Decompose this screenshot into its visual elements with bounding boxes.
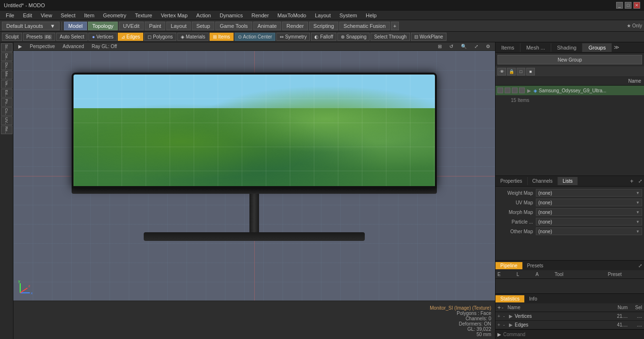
materials-btn[interactable]: ◈ Materials [177,33,209,41]
tab-properties[interactable]: Properties [495,177,528,185]
tab-uvedit[interactable]: UVEdit [119,22,144,30]
stats-add-btn[interactable]: + [497,304,501,311]
sculpt-btn[interactable]: Sculpt [2,33,22,41]
viewport[interactable]: ▶ Perspective Advanced Ray GL: Off ⊞ ↺ 🔍… [13,42,495,339]
pipeline-expand-btn[interactable]: ⤢ [636,262,644,269]
menu-edit[interactable]: Edit [19,12,36,19]
left-btn-uv[interactable]: UV.. [1,116,12,125]
command-input[interactable] [503,332,642,337]
menu-item[interactable]: Item [80,12,98,19]
item-vis2-check[interactable] [519,88,525,93]
tab-lists[interactable]: Lists [558,177,578,185]
tab-groups[interactable]: Groups [582,43,612,52]
left-btn-mesh[interactable]: Me.. [1,71,12,79]
item-visibility-check[interactable] [497,88,503,93]
menu-texture[interactable]: Texture [131,12,156,19]
tab-layout[interactable]: Layout [166,22,191,30]
pipeline-tab[interactable]: Pipeline [495,262,522,269]
left-btn-deform[interactable]: De.. [1,52,12,61]
left-btn-sculpt[interactable]: Sc.. [1,43,12,52]
tabs-more-btn[interactable]: ≫ [612,43,621,51]
menu-view[interactable]: View [37,12,56,19]
vp-zoom-btn[interactable]: 🔍 [459,43,469,50]
tab-scripting[interactable]: Scripting [309,22,338,30]
menu-system[interactable]: System [335,12,361,19]
items-list[interactable]: ▶ ◈ Samsung_Odyssey_G9_Ultra... 15 Items [495,86,644,176]
left-btn-render[interactable]: Re.. [1,126,12,134]
maximize-btn[interactable]: □ [625,2,632,9]
items-btn[interactable]: ⊞ Items [210,33,233,41]
layout-dropdown[interactable]: Default Layouts ▼ [2,22,60,30]
snapping-btn[interactable]: ⊕ Snapping [337,33,370,41]
edges-btn[interactable]: ⊿ Edges [118,33,143,41]
tab-render[interactable]: Render [282,22,308,30]
item-lock-check[interactable] [505,88,510,93]
symmetry-btn[interactable]: ⇔ Symmetry [276,33,310,41]
left-btn-vertex[interactable]: Ve.. [1,80,12,88]
left-btn-edge[interactable]: Ed.. [1,89,12,98]
select-through-btn[interactable]: Select Through [371,33,410,41]
polygons-btn[interactable]: ◻ Polygons [144,33,176,41]
ray-label[interactable]: Ray GL: Off [90,43,119,50]
vp-view-btn[interactable]: ⊞ [436,43,444,50]
stats-edges-minus[interactable]: - [503,322,509,327]
list-item[interactable]: ▶ ◈ Samsung_Odyssey_G9_Ultra... [495,86,644,95]
item-render-check[interactable] [512,88,518,93]
auto-select-btn[interactable]: Auto Select [56,33,87,41]
stats-vertices-plus[interactable]: + [497,314,503,319]
uv-map-dropdown[interactable]: (none) [536,199,642,206]
menu-file[interactable]: File [2,12,18,19]
left-btn-curve[interactable]: Cu.. [1,107,12,116]
item-expand-icon[interactable]: ▶ [527,88,531,93]
info-tab[interactable]: Info [524,295,542,302]
presets-tab[interactable]: Presets [522,262,548,269]
presets-btn[interactable]: Presets F6 [23,33,55,41]
vp-settings-btn[interactable]: ⚙ [484,43,492,50]
items-lock-btn[interactable]: 🔒 [507,68,516,75]
new-group-button[interactable]: New Group [497,55,642,64]
other-map-dropdown[interactable]: (none) [536,227,642,235]
tab-paint[interactable]: Paint [145,22,165,30]
items-eye-btn[interactable]: 👁 [497,68,506,75]
statistics-tab[interactable]: Statistics [495,295,524,302]
vertices-btn[interactable]: ● Vertices [88,33,117,41]
left-btn-polygon[interactable]: Po.. [1,98,12,107]
tab-schematic-fusion[interactable]: Schematic Fusion [339,22,390,30]
tab-shading[interactable]: Shading [551,43,582,52]
vp-toggle-btn[interactable]: ▶ [16,43,24,50]
tab-items[interactable]: Items [495,43,520,52]
add-tab-btn[interactable]: + [391,22,398,30]
action-center-btn[interactable]: ⊙ Action Center [235,33,276,41]
perspective-label[interactable]: Perspective [28,43,57,50]
vp-rotate-btn[interactable]: ↺ [447,43,455,50]
menu-maxtomodo[interactable]: MaxToModo [273,12,310,19]
menu-select[interactable]: Select [57,12,79,19]
items-vis-btn[interactable]: □ [517,68,525,75]
tab-mesh[interactable]: Mesh ... [520,43,551,52]
workplane-btn[interactable]: ⊟ WorkPlane [411,33,446,41]
stats-edges-expand[interactable]: ▶ [509,322,515,327]
menu-help[interactable]: Help [362,12,381,19]
prop-add-btn[interactable]: + [627,177,636,186]
left-btn-duplicate[interactable]: Du.. [1,62,12,70]
list-item-sub[interactable]: 15 Items [495,95,644,105]
tab-animate[interactable]: Animate [253,22,281,30]
tab-model[interactable]: Model [64,22,87,30]
stats-edges-plus[interactable]: + [497,322,503,327]
viewport-canvas[interactable]: x y z [13,51,495,301]
close-btn[interactable]: ✕ [633,2,640,9]
menu-dynamics[interactable]: Dynamics [216,12,247,19]
tab-game-tools[interactable]: Game Tools [215,22,252,30]
tab-topology[interactable]: Topology [88,22,118,30]
menu-action[interactable]: Action [192,12,215,19]
menu-render[interactable]: Render [248,12,272,19]
weight-map-dropdown[interactable]: (none) [536,189,642,197]
menu-layout[interactable]: Layout [311,12,334,19]
morph-map-dropdown[interactable]: (none) [536,208,642,216]
expand-prop-btn[interactable]: ⤢ [636,177,644,185]
tab-setup[interactable]: Setup [192,22,214,30]
items-render-btn[interactable]: ■ [526,68,535,75]
vp-fit-btn[interactable]: ⤢ [472,43,480,50]
menu-vertex-map[interactable]: Vertex Map [157,12,192,19]
advanced-label[interactable]: Advanced [61,43,86,50]
